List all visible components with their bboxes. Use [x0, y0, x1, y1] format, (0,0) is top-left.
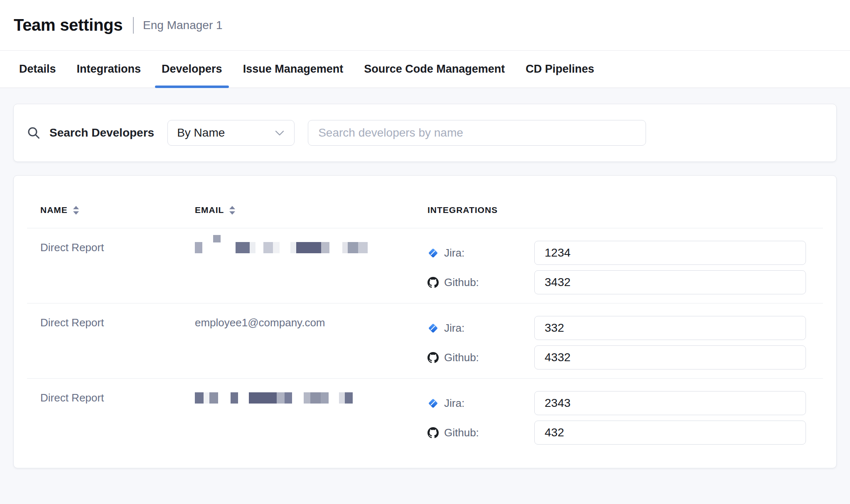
table-header-row: NAME EMAIL INTEGRATIONS — [27, 176, 823, 228]
column-header-name-label: NAME — [40, 205, 68, 215]
jira-integration-row: Jira: — [427, 391, 823, 415]
jira-icon — [427, 398, 439, 409]
search-panel: Search Developers By Name — [13, 104, 837, 162]
github-integration-row: Github: — [427, 421, 823, 445]
github-integration-row: Github: — [427, 345, 823, 369]
github-id-input[interactable] — [534, 270, 806, 294]
table-row: Direct Report Jira: — [27, 228, 823, 303]
sort-icon — [229, 206, 235, 215]
developers-table: NAME EMAIL INTEGRATIONS Direct Report — [13, 175, 837, 468]
developer-integrations: Jira: Github: — [414, 316, 823, 369]
search-input[interactable] — [308, 120, 646, 146]
search-filter-select[interactable]: By Name — [167, 120, 295, 146]
jira-integration-row: Jira: — [427, 316, 823, 340]
column-header-email-label: EMAIL — [195, 205, 224, 215]
page-header: Team settings Eng Manager 1 — [0, 0, 850, 51]
tab-details[interactable]: Details — [12, 51, 63, 88]
developer-integrations: Jira: Github: — [414, 391, 823, 445]
developer-name: Direct Report — [27, 241, 182, 294]
redacted-email — [195, 242, 369, 253]
tab-bar: Details Integrations Developers Issue Ma… — [0, 51, 850, 88]
jira-label: Jira: — [444, 396, 464, 410]
developer-integrations: Jira: Github: — [414, 241, 823, 294]
tab-integrations[interactable]: Integrations — [70, 51, 148, 88]
column-header-name[interactable]: NAME — [27, 205, 182, 215]
github-label: Github: — [444, 426, 479, 439]
github-label: Github: — [444, 351, 479, 364]
github-id-input[interactable] — [534, 421, 806, 445]
jira-label-group: Jira: — [427, 396, 534, 410]
jira-label: Jira: — [444, 246, 464, 259]
search-filter-value: By Name — [177, 126, 225, 139]
table-footer-spacer — [27, 453, 823, 468]
github-label-group: Github: — [427, 351, 534, 364]
page-title: Team settings — [14, 16, 123, 34]
github-icon — [427, 427, 439, 438]
tab-issue-management[interactable]: Issue Management — [236, 51, 350, 88]
sort-icon — [73, 206, 79, 215]
jira-integration-row: Jira: — [427, 241, 823, 265]
title-divider — [133, 17, 134, 34]
table-row: Direct Report Jira: — [27, 378, 823, 453]
github-label-group: Github: — [427, 276, 534, 289]
jira-label: Jira: — [444, 321, 464, 335]
developer-email: employee1@company.com — [182, 316, 414, 369]
developer-name: Direct Report — [27, 391, 182, 445]
chevron-down-icon — [275, 130, 284, 136]
github-icon — [427, 352, 439, 363]
github-integration-row: Github: — [427, 270, 823, 294]
tab-cd-pipelines[interactable]: CD Pipelines — [519, 51, 601, 88]
developer-name: Direct Report — [27, 316, 182, 369]
page-subtitle: Eng Manager 1 — [143, 19, 222, 32]
github-label: Github: — [444, 276, 479, 289]
column-header-integrations-label: INTEGRATIONS — [427, 205, 498, 215]
tab-source-code-management[interactable]: Source Code Management — [357, 51, 511, 88]
developer-email — [182, 241, 414, 294]
column-header-email[interactable]: EMAIL — [182, 205, 414, 215]
main-content: Search Developers By Name NAME EMAIL — [0, 88, 850, 468]
jira-label-group: Jira: — [427, 321, 534, 335]
redacted-email — [195, 392, 361, 404]
jira-id-input[interactable] — [534, 316, 806, 340]
search-label: Search Developers — [49, 126, 154, 139]
jira-icon — [427, 247, 439, 259]
github-icon — [427, 277, 439, 288]
search-icon — [27, 126, 40, 139]
jira-id-input[interactable] — [534, 241, 806, 265]
jira-label-group: Jira: — [427, 246, 534, 259]
github-label-group: Github: — [427, 426, 534, 439]
developer-email — [182, 391, 414, 445]
tab-developers[interactable]: Developers — [155, 51, 229, 88]
jira-icon — [427, 323, 439, 334]
table-row: Direct Report employee1@company.com Jira… — [27, 303, 823, 378]
jira-id-input[interactable] — [534, 391, 806, 415]
column-header-integrations: INTEGRATIONS — [414, 205, 823, 215]
github-id-input[interactable] — [534, 345, 806, 369]
